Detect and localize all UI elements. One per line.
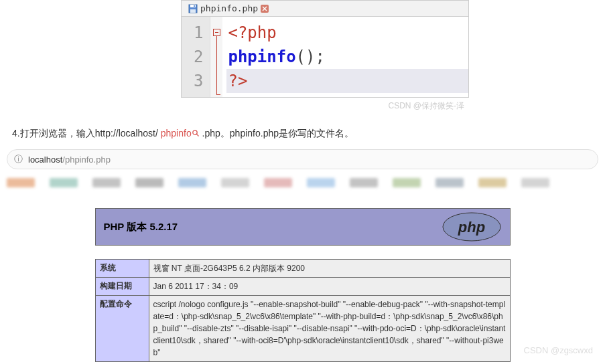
- php-open-tag: <?php: [228, 23, 276, 42]
- url-path: /phpinfo.php: [62, 155, 111, 165]
- bookmark-item[interactable]: [393, 178, 421, 187]
- watermark: CSDN @保持微笑-泽: [0, 100, 464, 112]
- address-bar[interactable]: ⓘ localhost/phpinfo.php: [7, 149, 598, 169]
- info-icon[interactable]: ⓘ: [14, 153, 23, 165]
- watermark: CSDN @zgscwxd: [524, 345, 594, 355]
- search-icon: [192, 128, 200, 139]
- bookmark-item[interactable]: [435, 178, 464, 187]
- close-icon[interactable]: [261, 5, 269, 13]
- editor-tab[interactable]: phpinfo.php: [184, 2, 273, 15]
- instruction-text: 4.打开浏览器，输入http://localhost/ phpinfo .php…: [12, 128, 605, 140]
- php-close-tag: ?>: [228, 72, 247, 90]
- table-row: 配置命令 cscript /nologo configure.js "--ena…: [95, 296, 510, 362]
- code-editor: phpinfo.php 1 2 3 <?php phpinfo(); ?>: [181, 0, 469, 98]
- phpinfo-table: 系统 视窗 NT 桌面-2G643P5 6.2 内部版本 9200 构建日期 J…: [95, 259, 511, 362]
- row-value: Jan 6 2011 17：34：09: [149, 278, 510, 296]
- row-label: 系统: [95, 260, 149, 278]
- line-number: 1: [194, 21, 203, 45]
- bookmark-item[interactable]: [307, 178, 335, 187]
- phpinfo-output: PHP 版本 5.2.17 php 系统 视窗 NT 桌面-2G643P5 6.…: [95, 208, 511, 362]
- bookmark-item[interactable]: [7, 178, 35, 187]
- php-logo: php: [442, 211, 502, 242]
- bookmark-item[interactable]: [92, 178, 121, 187]
- bookmark-item[interactable]: [178, 178, 206, 187]
- svg-line-5: [196, 134, 198, 136]
- line-gutter: 1 2 3: [182, 17, 210, 97]
- row-value: cscript /nologo configure.js "--enable-s…: [149, 296, 510, 362]
- svg-text:php: php: [457, 219, 484, 236]
- bookmark-item[interactable]: [478, 178, 507, 187]
- code-area: 1 2 3 <?php phpinfo(); ?>: [181, 16, 469, 98]
- table-row: 系统 视窗 NT 桌面-2G643P5 6.2 内部版本 9200: [95, 260, 510, 278]
- phpinfo-header: PHP 版本 5.2.17 php: [95, 208, 511, 246]
- bookmark-item[interactable]: [264, 178, 292, 187]
- editor-tab-bar: phpinfo.php: [181, 0, 469, 16]
- bookmark-item[interactable]: [521, 178, 549, 187]
- code-punct: ();: [296, 48, 325, 66]
- svg-rect-3: [194, 5, 195, 7]
- bookmark-item[interactable]: [221, 178, 249, 187]
- bookmark-item[interactable]: [50, 178, 78, 187]
- code-func: phpinfo: [228, 48, 295, 66]
- line-number: 2: [194, 45, 203, 69]
- php-version-title: PHP 版本 5.2.17: [104, 221, 178, 234]
- url-host: localhost: [28, 155, 62, 165]
- instruction-prefix: 4.打开浏览器，输入http://localhost/: [12, 128, 161, 139]
- svg-rect-2: [190, 9, 196, 13]
- bookmark-bar: [7, 175, 598, 191]
- row-label: 配置命令: [95, 296, 149, 362]
- line-number: 3: [194, 69, 203, 93]
- instruction-suffix: .php。phpinfo.php是你写的文件名。: [200, 128, 354, 139]
- row-label: 构建日期: [95, 278, 149, 296]
- bookmark-item[interactable]: [350, 178, 378, 187]
- row-value: 视窗 NT 桌面-2G643P5 6.2 内部版本 9200: [149, 260, 510, 278]
- bookmark-item[interactable]: [135, 178, 163, 187]
- table-row: 构建日期 Jan 6 2011 17：34：09: [95, 278, 510, 296]
- code-content[interactable]: <?php phpinfo(); ?>: [222, 17, 468, 97]
- instruction-highlight: phpinfo: [161, 128, 192, 139]
- save-icon: [188, 4, 198, 13]
- svg-point-4: [192, 130, 196, 134]
- tab-filename: phpinfo.php: [200, 3, 258, 13]
- fold-column: [210, 17, 222, 97]
